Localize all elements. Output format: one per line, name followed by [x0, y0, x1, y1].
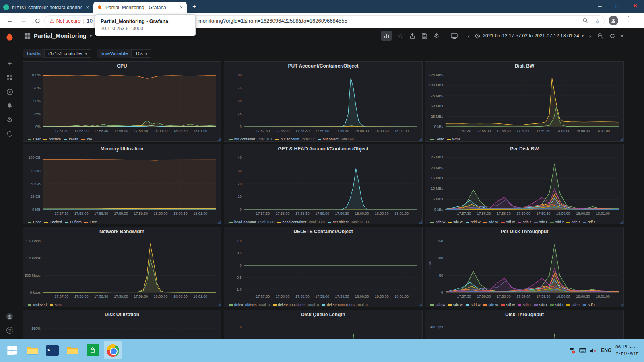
- time-shift-right-icon[interactable]: ›: [588, 33, 592, 39]
- windows-store-icon[interactable]: [84, 341, 101, 359]
- time-shift-left-icon[interactable]: ‹: [466, 33, 470, 39]
- legend-item[interactable]: delete containersTotal: 0: [273, 303, 319, 306]
- refresh-icon[interactable]: [609, 32, 616, 39]
- maximize-button[interactable]: □: [609, 0, 626, 12]
- panel-chart[interactable]: 025507510017:57:3017:58:0017:58:3017:59:…: [226, 70, 421, 134]
- panel-title[interactable]: CPU: [25, 63, 219, 70]
- legend-item[interactable]: Iowait: [64, 137, 78, 140]
- panel-resize-handle[interactable]: [419, 303, 422, 306]
- star-icon[interactable]: ☆: [396, 32, 404, 39]
- legend-item[interactable]: delete objectsTotal: 0: [229, 303, 270, 306]
- legend-item[interactable]: sde-r: [566, 303, 580, 306]
- zoom-icon[interactable]: [582, 18, 588, 25]
- settings-gear-icon[interactable]: ⚙: [433, 32, 440, 39]
- file-explorer-icon[interactable]: [23, 341, 41, 359]
- panel-title[interactable]: Per Disk Throughput: [427, 229, 622, 236]
- tab-close-icon[interactable]: ×: [85, 4, 90, 10]
- configuration-gear-icon[interactable]: ⚙: [6, 116, 13, 123]
- panel-title[interactable]: Per Disk BW: [427, 146, 622, 153]
- panel-title[interactable]: Disk Utilization: [25, 312, 219, 319]
- panel-title[interactable]: Memory Utilization: [25, 146, 219, 153]
- panel-title[interactable]: PUT Account/Container/Object: [226, 63, 421, 70]
- panel-resize-handle[interactable]: [620, 303, 623, 306]
- browser-menu-icon[interactable]: ⋮: [624, 15, 634, 23]
- language-indicator[interactable]: ENG: [601, 348, 611, 353]
- time-range-picker[interactable]: 2021-07-12 17:57:02 to 2021-07-12 18:01:…: [475, 33, 584, 39]
- legend-item[interactable]: sdf-r: [583, 303, 595, 306]
- legend-item[interactable]: Cached: [44, 220, 62, 223]
- legend-item[interactable]: sent: [50, 303, 62, 306]
- legend-item[interactable]: sdf-w: [501, 220, 515, 223]
- folder-icon[interactable]: [64, 341, 81, 359]
- server-admin-shield-icon[interactable]: [6, 130, 13, 138]
- panel-chart[interactable]: 01020304017:57:3017:58:0017:58:3017:59:0…: [226, 153, 421, 217]
- start-button[interactable]: [3, 341, 21, 359]
- panel-resize-handle[interactable]: [217, 138, 221, 141]
- variable-value-dropdown[interactable]: 10s ▾: [131, 49, 151, 58]
- zoom-out-icon[interactable]: [597, 32, 604, 39]
- legend-item[interactable]: sde-w: [483, 303, 498, 306]
- browser-profile-avatar[interactable]: [609, 16, 618, 25]
- legend-item[interactable]: System: [43, 137, 61, 140]
- dashboards-icon[interactable]: [6, 74, 13, 81]
- legend-item[interactable]: sde-w: [483, 220, 498, 223]
- legend-item[interactable]: get objectTotal: 51.80: [328, 220, 369, 223]
- title-caret-icon[interactable]: ▾: [90, 34, 92, 38]
- bookmark-star-icon[interactable]: ☆: [594, 18, 600, 25]
- legend-item[interactable]: sdd-w: [466, 220, 481, 223]
- panel-resize-handle[interactable]: [620, 220, 623, 224]
- panel-title[interactable]: Disk BW: [427, 63, 622, 70]
- panel-resize-handle[interactable]: [419, 220, 422, 224]
- dashboard-title[interactable]: Partial_Monitoring: [34, 33, 87, 39]
- legend-item[interactable]: User: [28, 137, 41, 140]
- panel-chart[interactable]: -1.0-0.500.51.017:57:3017:58:0017:58:301…: [226, 236, 421, 300]
- legend-item[interactable]: sdc-w: [448, 303, 463, 306]
- volume-muted-icon[interactable]: [590, 347, 597, 354]
- save-icon[interactable]: [421, 32, 428, 39]
- panel-chart[interactable]: 0 kBs25 MBs50 MBs75 MBs100 MBs125 MBs17:…: [427, 70, 622, 134]
- panel-chart[interactable]: 0 MB25 GB50 GB75 GB100 GB17:57:3017:58:0…: [25, 153, 219, 217]
- new-tab-button[interactable]: +: [189, 2, 200, 12]
- legend-item[interactable]: head accountTotal: 0.30: [229, 220, 275, 223]
- legend-item[interactable]: Free: [84, 220, 97, 223]
- chrome-taskbar-icon[interactable]: [104, 341, 122, 359]
- reload-button[interactable]: [32, 15, 43, 26]
- legend-item[interactable]: sdd-w: [466, 303, 481, 306]
- tab-close-icon[interactable]: ×: [179, 4, 184, 10]
- legend-item[interactable]: sdb-r: [518, 303, 531, 306]
- panel-resize-handle[interactable]: [620, 138, 623, 141]
- tab-netdata[interactable]: r1z1s1-controller netdata dashbo ×: [0, 2, 93, 13]
- touch-keyboard-icon[interactable]: [579, 347, 586, 354]
- alerting-bell-icon[interactable]: [6, 102, 13, 109]
- panel-title[interactable]: Network Bandwidth: [25, 229, 219, 236]
- legend-item[interactable]: Read: [430, 137, 444, 140]
- explore-compass-icon[interactable]: [6, 88, 13, 95]
- legend-item[interactable]: Used: [28, 220, 41, 223]
- legend-item[interactable]: sde-r: [566, 220, 580, 223]
- close-button[interactable]: ×: [626, 0, 644, 12]
- grafana-logo-icon[interactable]: [4, 32, 15, 43]
- add-panel-icon[interactable]: [381, 31, 392, 41]
- panel-resize-handle[interactable]: [217, 220, 221, 224]
- tv-kiosk-icon[interactable]: [450, 32, 458, 39]
- panel-resize-handle[interactable]: [419, 138, 422, 141]
- panel-title[interactable]: Disk Queue Length: [226, 312, 421, 319]
- legend-item[interactable]: sdc-w: [448, 220, 463, 223]
- panel-chart[interactable]: 0246817:57:3017:58:0017:58:3017:59:0017:…: [226, 319, 421, 339]
- panel-title[interactable]: Disk Throughput: [427, 312, 622, 319]
- not-secure-label[interactable]: Not secure: [56, 18, 80, 24]
- panel-chart[interactable]: 0%25%50%75%100%17:57:3017:58:0017:58:301…: [25, 70, 219, 134]
- legend-item[interactable]: delete containersTotal: 0: [322, 303, 368, 306]
- legend-item[interactable]: Write: [447, 137, 461, 140]
- panel-chart[interactable]: 0%50%100%150%17:57:3017:58:0017:58:3017:…: [25, 319, 219, 339]
- forward-button[interactable]: →: [19, 15, 29, 26]
- variable-value-dropdown[interactable]: r1z1s1-controller ▾: [44, 49, 91, 58]
- minimize-button[interactable]: ─: [591, 0, 609, 12]
- tab-grafana[interactable]: Partial_Monitoring - Grafana ×: [93, 2, 187, 13]
- legend-item[interactable]: recieved: [28, 303, 47, 306]
- legend-item[interactable]: sdf-r: [583, 220, 595, 223]
- legend-item[interactable]: sdb-w: [430, 303, 445, 306]
- legend-item[interactable]: sdb-w: [430, 220, 445, 223]
- panel-chart[interactable]: 0 ops100 ops200 ops300 ops400 ops17:57:3…: [427, 319, 622, 339]
- powershell-icon[interactable]: >_: [43, 341, 61, 359]
